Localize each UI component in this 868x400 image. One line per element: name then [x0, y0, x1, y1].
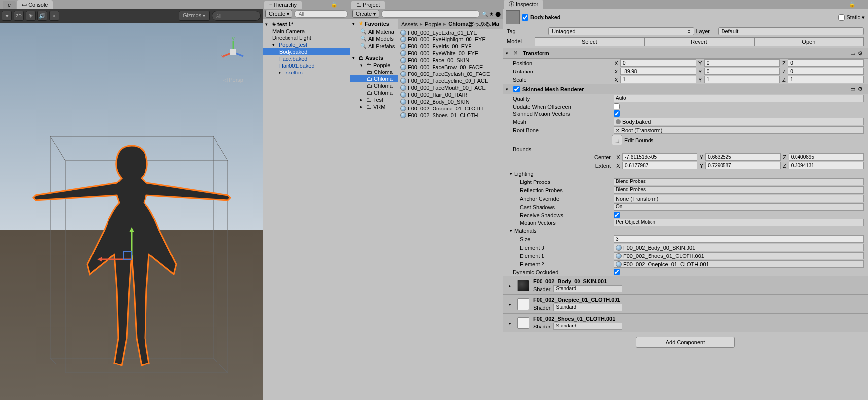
material-asset[interactable]: F00_002_Onepice_01_CLOTH	[398, 105, 503, 112]
material-asset[interactable]: F00_000_EyeExtra_01_EYE	[398, 29, 503, 36]
model-revert-button[interactable]: Revert	[644, 37, 754, 46]
active-checkbox[interactable]	[522, 14, 528, 21]
2d-button[interactable]: 2D	[14, 11, 24, 21]
gizmos-dropdown[interactable]: Gizmos ▾	[179, 11, 210, 21]
hierarchy-item-face[interactable]: Face.baked	[263, 55, 350, 62]
shader-select[interactable]: Standard	[553, 323, 622, 330]
expand-arrow[interactable]: ▸	[507, 283, 513, 288]
root-field[interactable]: ⤧Root (Transform)	[614, 126, 864, 134]
rot-x[interactable]	[620, 68, 696, 75]
hierarchy-item-camera[interactable]: Main Camera	[263, 28, 350, 35]
scene-search[interactable]	[212, 11, 261, 21]
inspector-lock[interactable]: 🔒	[846, 0, 859, 9]
model-open-button[interactable]: Open	[754, 37, 864, 46]
anchor-field[interactable]: None (Transform)	[614, 195, 864, 202]
fav-prefabs[interactable]: 🔍All Prefabs	[350, 42, 398, 50]
material-asset[interactable]: F00_000_Hair_00_HAIR	[398, 91, 503, 98]
help-icon[interactable]: ▭	[850, 50, 855, 57]
inspector-menu[interactable]: ≡	[859, 1, 868, 9]
tab-e[interactable]: e	[3, 1, 16, 9]
element-field[interactable]: F00_002_Shoes_01_CLOTH.001	[614, 252, 864, 259]
pos-z[interactable]	[788, 59, 864, 67]
hierarchy-menu[interactable]: ≡	[341, 1, 350, 9]
light-button[interactable]: ☀	[26, 11, 36, 21]
collapse-arrow[interactable]: ▾	[506, 51, 511, 56]
extent-y[interactable]	[705, 162, 780, 169]
pos-x[interactable]	[620, 59, 696, 67]
scale-y[interactable]	[704, 76, 780, 83]
breadcrumb-current[interactable]: Chlomaぽっぷる.Ma	[448, 20, 499, 28]
fav-materials[interactable]: 🔍All Materia	[350, 28, 398, 35]
folder-chloma-1[interactable]: 🗀 Chloma	[350, 69, 398, 75]
rs-check[interactable]	[614, 212, 620, 218]
material-asset[interactable]: F00_002_Shoes_01_CLOTH	[398, 112, 503, 119]
gear-icon[interactable]: ⚙	[858, 50, 865, 57]
dyn-occ-check[interactable]	[614, 269, 620, 275]
scene-root[interactable]: ▾ ◈ test 1*	[263, 20, 350, 28]
material-asset[interactable]: F00_000_EyeHighlight_00_EYE	[398, 36, 503, 43]
audio-button[interactable]: 🔊	[37, 11, 47, 21]
collapse-arrow[interactable]: ▾	[506, 87, 511, 92]
layer-dropdown[interactable]: Default	[718, 27, 864, 35]
expand-arrow[interactable]: ▸	[507, 321, 513, 326]
folder-chloma-2[interactable]: 🗀 Chloma	[350, 75, 398, 82]
expand-arrow[interactable]: ▸	[279, 70, 284, 75]
folder-chloma-4[interactable]: 🗀 Chloma	[350, 89, 398, 96]
folder-vrm[interactable]: ▸🗀 VRM	[350, 103, 398, 110]
mv-select[interactable]: Per Object Motion	[614, 219, 864, 226]
pos-y[interactable]	[704, 59, 780, 67]
gear-icon[interactable]: ⚙	[858, 86, 865, 92]
element-field[interactable]: F00_002_Body_00_SKIN.001	[614, 244, 864, 251]
smv-check[interactable]	[614, 110, 620, 117]
folder-popple[interactable]: ▾🗀 Popple	[350, 62, 398, 69]
folder-chloma-3[interactable]: 🗀 Chloma	[350, 82, 398, 89]
extent-z[interactable]	[789, 162, 864, 169]
mesh-field[interactable]: Body.baked	[614, 118, 864, 125]
center-y[interactable]	[705, 153, 780, 161]
element-field[interactable]: F00_002_Onepice_01_CLOTH.001	[614, 260, 864, 268]
add-component-button[interactable]: Add Component	[636, 337, 735, 348]
uwo-check[interactable]	[614, 103, 620, 109]
tag-dropdown[interactable]: Untagged‡	[548, 27, 694, 35]
breadcrumb-popple[interactable]: Popple	[425, 21, 441, 27]
extent-x[interactable]	[622, 162, 697, 169]
shaded-mode-button[interactable]: ✦	[2, 11, 12, 21]
static-checkbox[interactable]	[838, 14, 845, 21]
expand-arrow[interactable]: ▸	[507, 302, 513, 307]
scale-x[interactable]	[620, 76, 696, 83]
tab-inspector[interactable]: ⓘ Inspector	[504, 0, 543, 9]
material-asset[interactable]: F00_000_EyeWhite_00_EYE	[398, 50, 503, 57]
center-x[interactable]	[622, 153, 697, 161]
fav-models[interactable]: 🔍All Models	[350, 35, 398, 42]
material-asset[interactable]: F00_000_EyeIris_00_EYE	[398, 43, 503, 50]
model-select-button[interactable]: Select	[535, 37, 644, 46]
fx-button[interactable]: ▫	[49, 11, 59, 21]
help-icon[interactable]: ▭	[850, 86, 855, 92]
rot-z[interactable]	[788, 68, 864, 75]
material-asset[interactable]: F00_000_FaceBrow_00_FACE	[398, 64, 503, 71]
hierarchy-item-light[interactable]: Directional Light	[263, 35, 350, 41]
breadcrumb-assets[interactable]: Assets	[401, 21, 418, 27]
rp-select[interactable]: Blend Probes	[614, 186, 864, 194]
cs-select[interactable]: On	[614, 203, 864, 211]
project-create-button[interactable]: Create ▾	[352, 10, 379, 18]
material-asset[interactable]: F00_000_Face_00_SKIN	[398, 57, 503, 64]
tab-project[interactable]: 🗀 Project	[351, 1, 385, 9]
shader-select[interactable]: Standard	[553, 285, 622, 292]
expand-arrow[interactable]: ▾	[265, 22, 270, 27]
hierarchy-search[interactable]	[294, 10, 348, 18]
hierarchy-item-popple[interactable]: ▾ Popple_test	[263, 41, 350, 48]
shader-select[interactable]: Standard	[553, 304, 622, 311]
hierarchy-lock[interactable]: 🔒	[328, 0, 341, 9]
tab-hierarchy[interactable]: ≡ Hierarchy	[264, 1, 302, 9]
scene-viewport[interactable]: y x ◁ Persp	[0, 23, 263, 400]
lp-select[interactable]: Blend Probes	[614, 178, 864, 185]
hierarchy-item-skeleton[interactable]: ▸ skelton	[263, 69, 350, 76]
expand-arrow[interactable]: ▾	[272, 42, 277, 47]
favorites-header[interactable]: ▾★ Favorites	[350, 19, 398, 28]
size-input[interactable]	[614, 235, 864, 243]
material-asset[interactable]: F00_002_Body_00_SKIN	[398, 98, 503, 105]
quality-select[interactable]: Auto	[614, 95, 864, 102]
hierarchy-item-body[interactable]: Body.baked	[263, 48, 350, 55]
hierarchy-create-button[interactable]: Create ▾	[265, 10, 292, 18]
